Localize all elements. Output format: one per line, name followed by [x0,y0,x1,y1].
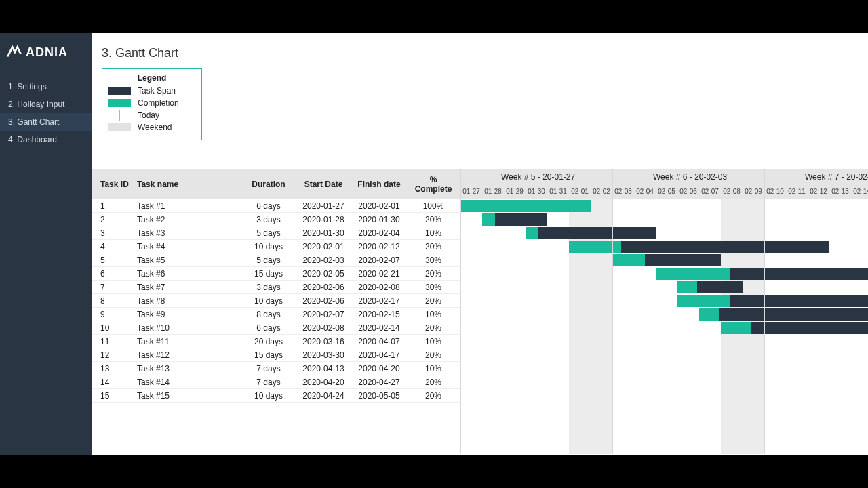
col-header-task-id[interactable]: Task ID [92,177,133,192]
cell-task-name: Task #4 [133,242,241,251]
cell-duration: 5 days [241,228,296,238]
table-row[interactable]: 2Task #23 days2020-01-282020-01-3020% [92,213,460,226]
gantt-day-label: 02-06 [677,188,699,195]
gantt-bar-completion [656,268,730,280]
cell-duration: 15 days [241,350,296,360]
legend-label-today: Today [138,110,159,120]
cell-finish-date: 2020-02-01 [351,201,407,211]
gantt-week-label: Week # 7 - 20-02-10 [805,172,868,182]
cell-task-id: 11 [92,337,133,346]
gantt-bar-span[interactable] [526,227,656,239]
gantt-grid-body [460,199,868,454]
cell-finish-date: 2020-01-30 [351,215,407,224]
cell-finish-date: 2020-02-12 [351,242,407,251]
gantt-day-label: 01-30 [526,188,547,195]
cell-pct-complete: 30% [407,256,460,265]
cell-finish-date: 2020-04-20 [351,364,407,373]
sidebar-item-1[interactable]: 2. Holiday Input [0,96,92,113]
gantt-week-divider [612,169,613,454]
cell-task-id: 3 [92,228,133,238]
table-row[interactable]: 9Task #98 days2020-02-072020-02-1510% [92,308,460,321]
cell-task-name: Task #6 [133,269,241,279]
cell-pct-complete: 20% [407,391,460,401]
gantt-day-label: 01-29 [504,188,526,195]
gantt-bar-completion [677,281,697,293]
table-row[interactable]: 11Task #1120 days2020-03-162020-04-0710% [92,335,460,348]
cell-pct-complete: 20% [407,242,460,251]
gantt-day-label: 02-07 [699,188,721,195]
table-row[interactable]: 7Task #73 days2020-02-062020-02-0830% [92,281,460,294]
cell-start-date: 2020-02-03 [296,256,351,265]
cell-pct-complete: 20% [407,296,460,306]
gantt-day-label: 02-10 [764,188,786,195]
gantt-day-header: 01-2701-2801-2901-3001-3102-0102-0202-03… [460,186,868,199]
legend-box: Legend Task Span Completion Today Weeken… [102,68,202,140]
task-table: Task ID Task name Duration Start Date Fi… [92,169,460,403]
gantt-bar-completion [460,200,591,212]
legend-title: Legend [108,73,196,83]
cell-task-name: Task #1 [133,201,241,211]
col-header-finish-date[interactable]: Finish date [351,177,407,192]
gantt-bar-span[interactable] [699,308,868,321]
brand-logo: ADNIA [0,33,92,78]
col-header-task-name[interactable]: Task name [133,177,241,192]
cell-task-name: Task #14 [133,378,241,387]
gantt-bar-completion [677,295,730,307]
cell-duration: 20 days [241,337,296,346]
gantt-bar-completion [482,214,495,226]
sidebar-item-2[interactable]: 3. Gantt Chart [0,113,92,131]
cell-duration: 6 days [241,201,296,211]
table-row[interactable]: 6Task #615 days2020-02-052020-02-2120% [92,267,460,281]
col-header-duration[interactable]: Duration [241,177,296,192]
gantt-day-label: 02-14 [851,188,868,195]
cell-task-id: 14 [92,378,133,387]
sidebar-nav: 1. Settings2. Holiday Input3. Gantt Char… [0,78,92,148]
gantt-bar-completion [569,241,621,253]
cell-pct-complete: 20% [407,323,460,333]
sidebar-item-0[interactable]: 1. Settings [0,78,92,96]
cell-duration: 10 days [241,242,296,251]
gantt-day-label: 02-03 [612,188,634,195]
table-row[interactable]: 12Task #1215 days2020-03-302020-04-1720% [92,348,460,362]
table-row[interactable]: 8Task #810 days2020-02-062020-02-1720% [92,294,460,308]
cell-pct-complete: 10% [407,310,460,319]
brand-name: ADNIA [26,45,68,60]
gantt-week-divider [764,169,765,454]
legend-row-completion: Completion [108,98,196,108]
cell-task-id: 1 [92,201,133,211]
table-row[interactable]: 15Task #1510 days2020-04-242020-05-0520% [92,389,460,403]
gantt-day-label: 02-08 [721,188,743,195]
col-header-start-date[interactable]: Start Date [296,177,351,192]
table-row[interactable]: 5Task #55 days2020-02-032020-02-0730% [92,253,460,267]
cell-task-id: 8 [92,296,133,306]
table-row[interactable]: 3Task #35 days2020-01-302020-02-0410% [92,226,460,240]
gantt-day-label: 01-31 [547,188,569,195]
cell-task-id: 9 [92,310,133,319]
cell-duration: 10 days [241,391,296,401]
table-row[interactable]: 1Task #16 days2020-01-272020-02-01100% [92,199,460,213]
table-row[interactable]: 13Task #137 days2020-04-132020-04-2010% [92,362,460,375]
gantt-day-label: 01-28 [482,188,504,195]
gantt-chart[interactable]: Week # 5 - 20-01-27Week # 6 - 20-02-03We… [460,169,868,454]
table-row[interactable]: 4Task #410 days2020-02-012020-02-1220% [92,240,460,253]
cell-start-date: 2020-04-13 [296,364,351,373]
cell-finish-date: 2020-04-27 [351,378,407,387]
gantt-day-label: 02-01 [569,188,591,195]
gantt-week-divider [460,169,461,454]
gantt-day-label: 02-09 [743,188,764,195]
table-row[interactable]: 10Task #106 days2020-02-082020-02-1420% [92,321,460,335]
cell-duration: 7 days [241,364,296,373]
cell-task-name: Task #11 [133,337,241,346]
table-header-row: Task ID Task name Duration Start Date Fi… [92,169,460,199]
cell-finish-date: 2020-02-21 [351,269,407,279]
cell-finish-date: 2020-02-04 [351,228,407,238]
cell-task-name: Task #8 [133,296,241,306]
table-row[interactable]: 14Task #147 days2020-04-202020-04-2720% [92,375,460,389]
cell-task-name: Task #12 [133,350,241,360]
col-header-pct-complete[interactable]: % Complete [407,172,460,197]
sidebar-item-3[interactable]: 4. Dashboard [0,131,92,148]
cell-duration: 8 days [241,310,296,319]
gantt-day-label: 02-13 [829,188,851,195]
cell-start-date: 2020-03-30 [296,350,351,360]
cell-start-date: 2020-02-06 [296,283,351,292]
